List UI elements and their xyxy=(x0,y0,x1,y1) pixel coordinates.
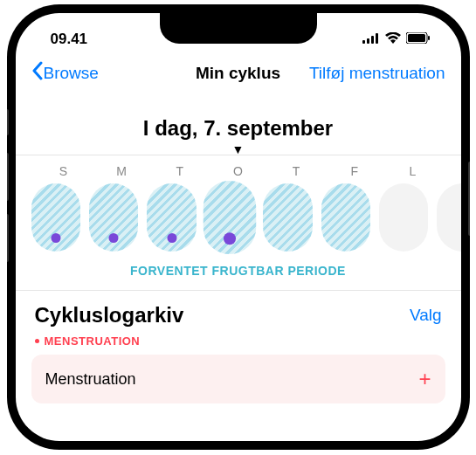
chevron-left-icon xyxy=(31,61,44,85)
category-text: MENSTRUATION xyxy=(45,334,141,348)
svg-rect-1 xyxy=(367,38,369,44)
svg-rect-2 xyxy=(371,36,374,44)
weekday-label: O xyxy=(216,157,259,178)
back-button[interactable]: Browse xyxy=(31,61,99,85)
cycle-day[interactable] xyxy=(437,183,460,252)
prediction-dot-icon xyxy=(51,233,60,243)
cycle-day[interactable] xyxy=(379,183,428,252)
weekday-label: L xyxy=(390,157,434,178)
current-day-marker-icon: ▼ xyxy=(16,146,461,153)
cycle-days-row[interactable] xyxy=(16,183,461,252)
status-icons xyxy=(362,31,431,48)
log-item-menstruation[interactable]: Menstruation + xyxy=(31,355,445,403)
cycle-day[interactable] xyxy=(263,183,312,252)
cycle-day[interactable] xyxy=(31,183,80,252)
svg-rect-6 xyxy=(428,36,430,40)
options-button[interactable]: Valg xyxy=(410,306,442,325)
category-dot-icon xyxy=(35,339,39,343)
svg-rect-5 xyxy=(408,34,425,42)
svg-rect-3 xyxy=(376,33,378,44)
weekday-label: T xyxy=(274,157,318,178)
wifi-icon xyxy=(385,31,401,48)
date-heading: I dag, 7. september xyxy=(16,116,461,141)
cycle-day[interactable] xyxy=(89,183,138,252)
svg-rect-0 xyxy=(362,40,365,44)
notch xyxy=(160,13,317,44)
cycle-day-current[interactable] xyxy=(203,181,256,254)
cycle-day[interactable] xyxy=(147,183,196,252)
status-time: 09.41 xyxy=(51,31,88,48)
log-title: Cykluslogarkiv xyxy=(35,303,184,327)
cycle-day[interactable] xyxy=(321,183,370,252)
weekday-label: T xyxy=(158,157,202,178)
nav-title: Min cyklus xyxy=(196,64,280,83)
nav-bar: Browse Min cyklus Tilføj menstruation xyxy=(16,52,461,92)
fertile-window-label: FORVENTET FRUGTBAR PERIODE xyxy=(16,264,461,278)
cellular-icon xyxy=(362,31,380,48)
weekday-label: S xyxy=(42,157,86,178)
back-label: Browse xyxy=(44,64,99,83)
week-row: S M T O T F L xyxy=(16,155,461,183)
prediction-dot-icon xyxy=(224,232,236,245)
log-item-label: Menstruation xyxy=(45,370,136,389)
add-menstruation-button[interactable]: Tilføj menstruation xyxy=(309,64,445,83)
plus-icon: + xyxy=(418,367,431,391)
log-header: Cykluslogarkiv Valg xyxy=(16,291,461,331)
prediction-dot-icon xyxy=(167,233,176,243)
weekday-label: M xyxy=(100,157,143,178)
weekday-label: F xyxy=(333,157,376,178)
battery-icon xyxy=(406,31,431,48)
prediction-dot-icon xyxy=(109,233,119,243)
category-label: MENSTRUATION xyxy=(16,331,461,355)
